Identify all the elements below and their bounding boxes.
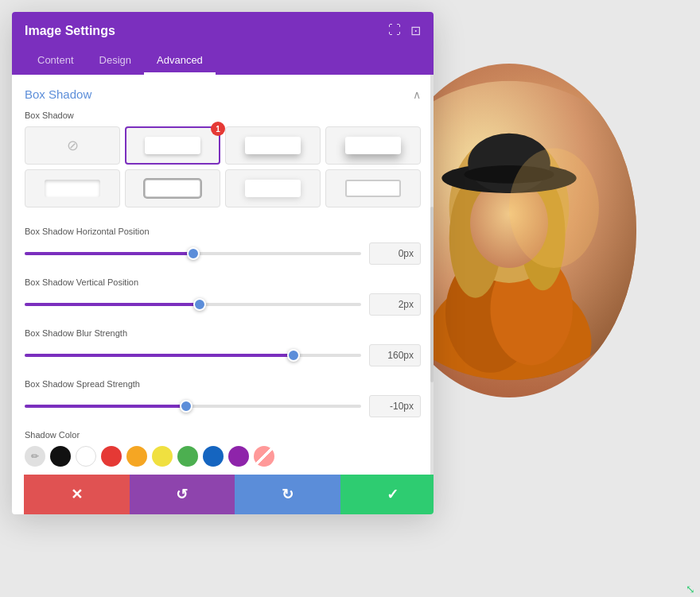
swatch-blue[interactable]: [203, 446, 224, 467]
spread-slider-track[interactable]: [25, 405, 361, 408]
preset-inset-inner: [45, 180, 101, 197]
preset-md[interactable]: [225, 126, 321, 165]
preset-outline[interactable]: [125, 169, 220, 207]
shadow-presets-grid: ⊘ 1: [12, 126, 434, 220]
preset-soft-inner: [245, 180, 301, 197]
preset-soft[interactable]: [225, 169, 321, 207]
vertical-value[interactable]: 2px: [369, 293, 421, 316]
header-icons: ⛶ ⊡: [388, 23, 421, 38]
disabled-icon: ⊘: [67, 137, 79, 154]
preset-inset[interactable]: [25, 169, 120, 207]
vertical-label: Box Shadow Vertical Position: [25, 277, 421, 287]
panel-header: Image Settings ⛶ ⊡ Content Design Advanc…: [12, 12, 434, 75]
preset-sm[interactable]: 1: [125, 126, 220, 165]
section-header: Box Shadow ∧: [12, 75, 434, 110]
swatch-yellow[interactable]: [152, 446, 173, 467]
eyedropper-icon: ✏: [31, 451, 39, 462]
tabs: Content Design Advanced: [25, 48, 421, 75]
horizontal-slider-row: 0px: [25, 242, 421, 265]
panel-title: Image Settings: [25, 24, 115, 38]
redo-button[interactable]: ↻: [235, 475, 340, 514]
panel-body: Box Shadow ∧ Box Shadow ⊘ 1: [12, 75, 434, 514]
vertical-control: Box Shadow Vertical Position 2px: [12, 271, 434, 322]
blur-slider-row: 160px: [25, 344, 421, 366]
spread-slider-fill: [25, 405, 186, 408]
color-swatches: ✏: [25, 446, 421, 467]
scrollbar[interactable]: [430, 75, 434, 514]
cancel-icon: ✕: [71, 486, 83, 503]
cancel-button[interactable]: ✕: [24, 475, 130, 514]
spread-control: Box Shadow Spread Strength -10px: [12, 373, 434, 424]
preset-sm-inner: [145, 137, 200, 154]
swatch-stroke[interactable]: [254, 446, 274, 467]
tab-advanced[interactable]: Advanced: [144, 48, 216, 75]
blur-slider-track[interactable]: [25, 354, 361, 357]
preset-none[interactable]: ⊘: [25, 126, 120, 165]
preset-lg[interactable]: [325, 126, 421, 165]
svg-point-12: [509, 148, 599, 268]
swatch-red[interactable]: [101, 446, 122, 467]
undo-button[interactable]: ↺: [130, 475, 235, 514]
horizontal-slider-thumb[interactable]: [187, 247, 200, 260]
blur-value[interactable]: 160px: [369, 344, 421, 366]
color-label: Shadow Color: [25, 430, 421, 440]
spread-value[interactable]: -10px: [369, 395, 421, 417]
swatch-black[interactable]: [50, 446, 71, 467]
redo-icon: ↻: [282, 486, 294, 503]
layout-icon[interactable]: ⊡: [410, 23, 421, 38]
swatch-purple[interactable]: [228, 446, 249, 467]
preset-border-inner: [345, 180, 402, 197]
section-title: Box Shadow: [25, 87, 91, 101]
eyedropper-swatch[interactable]: ✏: [25, 446, 45, 467]
fullscreen-icon[interactable]: ⛶: [388, 23, 401, 38]
blur-control: Box Shadow Blur Strength 160px: [12, 322, 434, 373]
undo-icon: ↺: [176, 486, 188, 503]
section-chevron-icon[interactable]: ∧: [413, 88, 421, 101]
blur-label: Box Shadow Blur Strength: [25, 328, 421, 338]
horizontal-slider-fill: [25, 252, 193, 255]
preset-outline-inner: [145, 180, 201, 197]
horizontal-label: Box Shadow Horizontal Position: [25, 227, 421, 236]
preset-md-inner: [245, 137, 301, 154]
bottom-bar: ✕ ↺ ↻ ✓: [24, 475, 434, 514]
tab-content[interactable]: Content: [25, 48, 87, 75]
blur-slider-thumb[interactable]: [287, 349, 300, 362]
vertical-slider-track[interactable]: [25, 303, 361, 306]
horizontal-control: Box Shadow Horizontal Position 0px: [12, 220, 434, 271]
preset-lg-inner: [345, 137, 402, 154]
preset-border[interactable]: [325, 169, 421, 207]
resize-handle[interactable]: ⤡: [686, 583, 698, 595]
confirm-icon: ✓: [387, 486, 399, 503]
scrollbar-thumb[interactable]: [430, 207, 434, 382]
scene: Lorem ipsum dolor sit amet, consectetur …: [0, 0, 700, 597]
preset-badge-1: 1: [211, 122, 225, 136]
spread-label: Box Shadow Spread Strength: [25, 379, 421, 389]
vertical-slider-thumb[interactable]: [193, 298, 206, 311]
blur-slider-fill: [25, 354, 294, 357]
spread-slider-thumb[interactable]: [180, 400, 192, 413]
horizontal-value[interactable]: 0px: [369, 242, 421, 265]
vertical-slider-fill: [25, 303, 200, 306]
spread-slider-row: -10px: [25, 395, 421, 417]
horizontal-slider-track[interactable]: [25, 252, 361, 255]
vertical-slider-row: 2px: [25, 293, 421, 316]
tab-design[interactable]: Design: [87, 48, 144, 75]
swatch-orange[interactable]: [126, 446, 147, 467]
swatch-white[interactable]: [76, 446, 96, 467]
confirm-button[interactable]: ✓: [340, 475, 434, 514]
settings-panel: Image Settings ⛶ ⊡ Content Design Advanc…: [12, 12, 434, 514]
swatch-green[interactable]: [177, 446, 198, 467]
